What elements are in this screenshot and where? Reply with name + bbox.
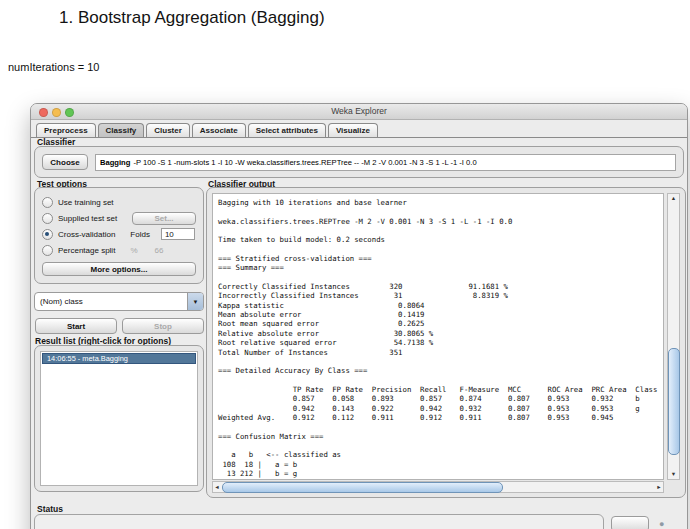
window-title: Weka Explorer bbox=[31, 104, 687, 119]
status-section-label: Status bbox=[37, 504, 63, 514]
scroll-left-icon[interactable]: ◄ bbox=[213, 482, 221, 492]
tab-cluster[interactable]: Cluster bbox=[146, 123, 190, 137]
log-button[interactable] bbox=[611, 516, 649, 529]
folds-input[interactable]: 10 bbox=[161, 228, 195, 240]
tab-associate[interactable]: Associate bbox=[192, 123, 246, 137]
tab-bar: Preprocess Classify Cluster Associate Se… bbox=[31, 120, 687, 138]
set-button[interactable]: Set... bbox=[132, 212, 196, 225]
classifier-scheme-field[interactable]: Bagging -P 100 -S 1 -num-slots 1 -I 10 -… bbox=[95, 154, 676, 171]
radio-cross-validation[interactable] bbox=[42, 229, 53, 240]
scheme-options: -P 100 -S 1 -num-slots 1 -I 10 -W weka.c… bbox=[133, 158, 476, 167]
class-attribute-value: (Nom) class bbox=[35, 297, 187, 306]
result-list[interactable]: 14:06:55 - meta.Bagging bbox=[40, 351, 198, 486]
classifier-output-text-area[interactable]: Bagging with 10 iterations and base lear… bbox=[212, 193, 664, 480]
classifier-output-text: Bagging with 10 iterations and base lear… bbox=[213, 194, 663, 478]
scroll-up-icon[interactable]: ▲ bbox=[668, 194, 679, 203]
page: { "page": { "title": "1. Bootstrap Aggre… bbox=[0, 0, 690, 529]
weka-explorer-window: Weka Explorer Preprocess Classify Cluste… bbox=[30, 103, 688, 529]
traffic-lights bbox=[39, 108, 74, 117]
radio-row-supplied-test-set[interactable]: Supplied test set Set... bbox=[42, 210, 196, 226]
radio-label: Percentage split bbox=[58, 246, 115, 255]
zoom-window-icon[interactable] bbox=[65, 108, 74, 117]
tab-select-attributes[interactable]: Select attributes bbox=[248, 123, 326, 137]
page-title: 1. Bootstrap Aggregation (Bagging) bbox=[59, 8, 325, 28]
status-field bbox=[34, 514, 604, 529]
start-button[interactable]: Start bbox=[35, 318, 117, 334]
chevron-down-icon[interactable]: ▼ bbox=[187, 293, 203, 310]
tab-visualize[interactable]: Visualize bbox=[328, 123, 378, 137]
radio-row-cross-validation[interactable]: Cross-validation Folds 10 bbox=[42, 226, 196, 242]
radio-use-training-set[interactable] bbox=[42, 197, 53, 208]
test-options-panel: Use training set Supplied test set Set..… bbox=[34, 187, 204, 284]
tab-classify[interactable]: Classify bbox=[98, 123, 145, 137]
folds-label: Folds bbox=[130, 230, 150, 239]
stop-button[interactable]: Stop bbox=[122, 318, 204, 334]
close-window-icon[interactable] bbox=[39, 108, 48, 117]
radio-label: Cross-validation bbox=[58, 230, 115, 239]
scroll-down-icon[interactable]: ▼ bbox=[668, 470, 679, 479]
radio-row-use-training-set[interactable]: Use training set bbox=[42, 194, 196, 210]
vertical-scroll-thumb[interactable] bbox=[668, 348, 680, 455]
num-iterations-note: numIterations = 10 bbox=[8, 61, 99, 73]
percent-input[interactable]: 66 bbox=[155, 246, 164, 255]
scheme-name: Bagging bbox=[100, 158, 130, 167]
radio-supplied-test-set[interactable] bbox=[42, 213, 53, 224]
result-list-panel: 14:06:55 - meta.Bagging bbox=[34, 345, 204, 492]
percent-label: % bbox=[130, 246, 137, 255]
classifier-panel: Choose Bagging -P 100 -S 1 -num-slots 1 … bbox=[34, 146, 684, 178]
horizontal-scrollbar[interactable]: ◄ ► bbox=[212, 481, 664, 493]
radio-row-percentage-split[interactable]: Percentage split % 66 bbox=[42, 242, 196, 258]
horizontal-scroll-thumb[interactable] bbox=[222, 482, 503, 493]
class-attribute-select[interactable]: (Nom) class ▼ bbox=[34, 292, 204, 311]
vertical-scrollbar[interactable]: ▲ ▼ bbox=[667, 193, 680, 480]
tab-preprocess[interactable]: Preprocess bbox=[36, 123, 96, 137]
radio-percentage-split[interactable] bbox=[42, 245, 53, 256]
result-list-item[interactable]: 14:06:55 - meta.Bagging bbox=[42, 353, 196, 364]
radio-label: Supplied test set bbox=[58, 214, 117, 223]
weka-bird-icon: ●︎ bbox=[659, 517, 683, 529]
more-options-button[interactable]: More options... bbox=[42, 262, 196, 276]
choose-button[interactable]: Choose bbox=[42, 154, 88, 170]
classifier-output-panel: Bagging with 10 iterations and base lear… bbox=[206, 187, 686, 498]
minimize-window-icon[interactable] bbox=[52, 108, 61, 117]
window-titlebar[interactable]: Weka Explorer bbox=[31, 104, 687, 120]
scroll-right-icon[interactable]: ► bbox=[655, 482, 663, 492]
radio-label: Use training set bbox=[58, 198, 114, 207]
